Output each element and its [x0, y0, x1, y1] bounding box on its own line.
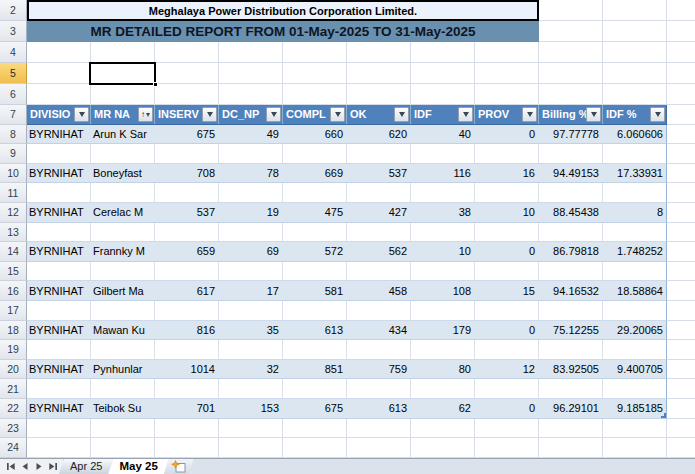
data-cell[interactable]: 617: [155, 281, 219, 300]
row-header-21[interactable]: 21: [0, 379, 27, 399]
data-cell[interactable]: 29.20065: [603, 321, 667, 340]
filter-dropdown-icon[interactable]: [522, 107, 537, 122]
row-header-20[interactable]: 20: [0, 360, 27, 380]
table-row-empty[interactable]: [27, 262, 667, 282]
data-cell[interactable]: 8: [603, 203, 667, 222]
data-cell[interactable]: 0: [475, 321, 539, 340]
data-cell[interactable]: 12: [475, 360, 539, 379]
data-cell[interactable]: Pynhunlar: [91, 360, 155, 379]
data-cell[interactable]: 816: [155, 321, 219, 340]
data-cell[interactable]: 0: [475, 399, 539, 418]
data-cell[interactable]: 759: [347, 360, 411, 379]
header-dc-np[interactable]: DC_NP: [219, 105, 283, 124]
row-header-24[interactable]: 24: [0, 438, 27, 458]
data-cell[interactable]: 32: [219, 360, 283, 379]
data-cell[interactable]: 78: [219, 164, 283, 183]
row-header-12[interactable]: 12: [0, 203, 27, 223]
table-resize-handle[interactable]: [661, 413, 666, 418]
header-inserv[interactable]: INSERV: [155, 105, 219, 124]
row-header-15[interactable]: 15: [0, 262, 27, 282]
row-header-22[interactable]: 22: [0, 399, 27, 419]
fill-handle[interactable]: [153, 82, 158, 87]
data-cell[interactable]: 94.49153: [539, 164, 603, 183]
data-cell[interactable]: 9.400705: [603, 360, 667, 379]
header-billing-pct[interactable]: Billing %: [539, 105, 603, 124]
data-cell[interactable]: 660: [283, 125, 347, 144]
row-header-11[interactable]: 11: [0, 183, 27, 203]
data-cell[interactable]: 83.92505: [539, 360, 603, 379]
table-row-empty[interactable]: [27, 183, 667, 203]
table-row-empty[interactable]: [27, 223, 667, 243]
data-cell[interactable]: 675: [155, 125, 219, 144]
data-cell[interactable]: 38: [411, 203, 475, 222]
data-cell[interactable]: 659: [155, 242, 219, 261]
next-sheet-button[interactable]: [33, 461, 44, 472]
header-ok[interactable]: OK: [347, 105, 411, 124]
row-header-9[interactable]: 9: [0, 144, 27, 164]
last-sheet-button[interactable]: [47, 461, 58, 472]
data-cell[interactable]: Arun K Sar: [91, 125, 155, 144]
data-cell[interactable]: 537: [347, 164, 411, 183]
data-cell[interactable]: 18.58864: [603, 281, 667, 300]
sheet-tab-apr-25[interactable]: Apr 25: [59, 459, 113, 474]
data-cell[interactable]: Gilbert Ma: [91, 281, 155, 300]
data-cell[interactable]: 75.12255: [539, 321, 603, 340]
data-cell[interactable]: 40: [411, 125, 475, 144]
data-cell[interactable]: 49: [219, 125, 283, 144]
data-cell[interactable]: 572: [283, 242, 347, 261]
data-cell[interactable]: 1014: [155, 360, 219, 379]
row-header-23[interactable]: 23: [0, 419, 27, 439]
filter-dropdown-icon[interactable]: [266, 107, 281, 122]
selected-cell-outline[interactable]: [89, 62, 156, 85]
data-cell[interactable]: 613: [347, 399, 411, 418]
header-prov[interactable]: PROV: [475, 105, 539, 124]
sheet-tab-may-25[interactable]: May 25: [108, 459, 168, 474]
data-cell[interactable]: 669: [283, 164, 347, 183]
data-cell[interactable]: 537: [155, 203, 219, 222]
data-cell[interactable]: 19: [219, 203, 283, 222]
data-cell[interactable]: 675: [283, 399, 347, 418]
company-title-cell[interactable]: Meghalaya Power Distribution Corporation…: [27, 0, 539, 21]
data-cell[interactable]: 179: [411, 321, 475, 340]
row-header-3[interactable]: 3: [0, 21, 27, 42]
data-cell[interactable]: 701: [155, 399, 219, 418]
data-cell[interactable]: 427: [347, 203, 411, 222]
first-sheet-button[interactable]: [5, 461, 16, 472]
data-cell[interactable]: 17.33931: [603, 164, 667, 183]
data-cell[interactable]: 10: [411, 242, 475, 261]
data-cell[interactable]: BYRNIHAT: [27, 242, 91, 261]
sort-ascending-filter-icon[interactable]: ↑: [138, 107, 153, 122]
data-cell[interactable]: BYRNIHAT: [27, 203, 91, 222]
data-cell[interactable]: 9.185185: [603, 399, 667, 418]
data-cell[interactable]: BYRNIHAT: [27, 321, 91, 340]
header-compl[interactable]: COMPL: [283, 105, 347, 124]
header-idf-pct[interactable]: IDF %: [603, 105, 667, 124]
header-mr-name[interactable]: MR NA ↑: [91, 105, 155, 124]
row-header-18[interactable]: 18: [0, 321, 27, 341]
row-header-8[interactable]: 8: [0, 125, 27, 145]
data-cell[interactable]: BYRNIHAT: [27, 164, 91, 183]
filter-dropdown-icon[interactable]: [202, 107, 217, 122]
data-cell[interactable]: 475: [283, 203, 347, 222]
data-cell[interactable]: 613: [283, 321, 347, 340]
data-cell[interactable]: 108: [411, 281, 475, 300]
data-cell[interactable]: Frannky M: [91, 242, 155, 261]
data-cell[interactable]: 116: [411, 164, 475, 183]
row-header-16[interactable]: 16: [0, 281, 27, 301]
data-cell[interactable]: 97.77778: [539, 125, 603, 144]
data-cell[interactable]: BYRNIHAT: [27, 360, 91, 379]
data-cell[interactable]: 10: [475, 203, 539, 222]
data-cell[interactable]: 6.060606: [603, 125, 667, 144]
data-cell[interactable]: 0: [475, 242, 539, 261]
data-cell[interactable]: 620: [347, 125, 411, 144]
data-cell[interactable]: 96.29101: [539, 399, 603, 418]
data-cell[interactable]: 708: [155, 164, 219, 183]
table-row-empty[interactable]: [27, 301, 667, 321]
row-header-5-active[interactable]: 5: [0, 63, 27, 84]
filter-dropdown-icon[interactable]: [650, 107, 665, 122]
filter-dropdown-icon[interactable]: [586, 107, 601, 122]
data-cell[interactable]: 80: [411, 360, 475, 379]
data-cell[interactable]: BYRNIHAT: [27, 281, 91, 300]
data-cell[interactable]: Boneyfast: [91, 164, 155, 183]
data-cell[interactable]: 434: [347, 321, 411, 340]
